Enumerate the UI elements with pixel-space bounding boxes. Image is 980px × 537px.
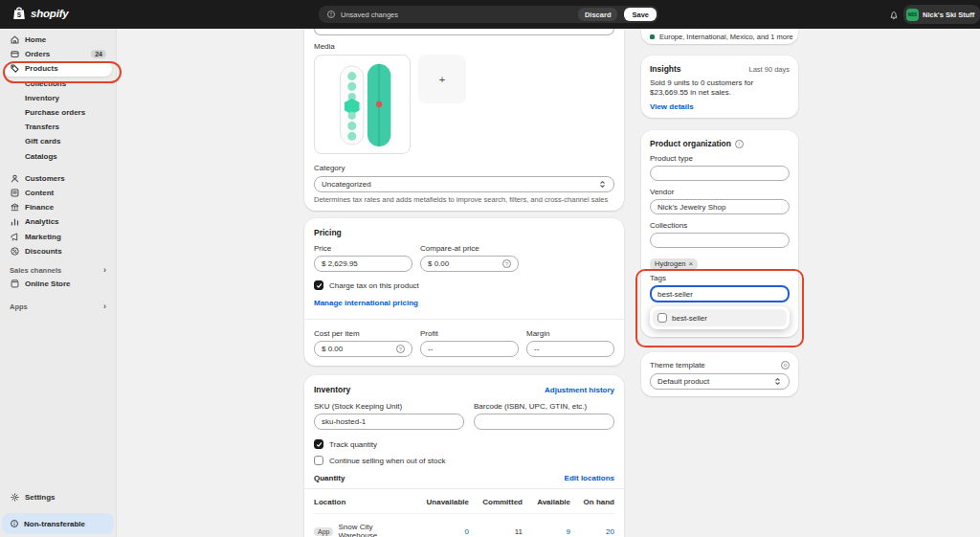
column-location: Location <box>314 498 413 506</box>
notifications-button[interactable] <box>888 8 900 25</box>
sidebar-item-label: Discounts <box>25 247 62 256</box>
snowboards-image <box>315 56 410 153</box>
suggestion-checkbox[interactable] <box>657 313 667 323</box>
sidebar-item-products[interactable]: Products <box>4 61 112 76</box>
shopify-bag-icon: S <box>11 6 27 21</box>
edit-locations-link[interactable]: Edit locations <box>565 474 614 482</box>
markets-text: Europe, International, Mexico, and 1 mor… <box>659 33 793 41</box>
view-details-link[interactable]: View details <box>650 102 790 111</box>
title-input[interactable] <box>314 29 614 35</box>
sidebar-item-orders[interactable]: Orders 24 <box>4 47 112 61</box>
sidebar-item-label: Catalogs <box>25 152 57 161</box>
charge-tax-label: Charge tax on this product <box>329 281 419 290</box>
unavailable-value[interactable]: 0 <box>413 527 469 536</box>
pricing-title: Pricing <box>314 228 614 237</box>
manage-international-pricing-link[interactable]: Manage international pricing <box>314 299 418 307</box>
tag-suggestion-item[interactable]: best-seller <box>653 309 787 326</box>
sidebar-settings: Settings <box>4 490 112 504</box>
cost-per-item-value: $ 0.00 <box>322 345 343 353</box>
tag-chip-label: Hydrogen <box>655 259 686 268</box>
sidebar-item-label: Customers <box>25 174 65 183</box>
sidebar-item-content[interactable]: Content <box>4 186 112 200</box>
plus-icon: + <box>439 74 445 85</box>
markets-card: Europe, International, Mexico, and 1 mor… <box>641 29 798 44</box>
sidebar-item-home[interactable]: Home <box>4 33 112 47</box>
media-thumbnail[interactable] <box>314 55 411 154</box>
track-quantity-checkbox[interactable] <box>314 439 323 449</box>
collections-input[interactable] <box>650 233 790 248</box>
sidebar-item-inventory[interactable]: Inventory <box>4 91 112 105</box>
sku-input[interactable]: sku-hosted-1 <box>314 414 464 430</box>
sidebar-item-transfers[interactable]: Transfers <box>4 120 112 134</box>
sales-channels-header[interactable]: Sales channels › <box>4 264 112 277</box>
vendor-label: Vendor <box>650 188 790 196</box>
quantity-label: Quantity <box>314 474 345 482</box>
shopify-logo[interactable]: S shopify <box>11 6 69 21</box>
theme-template-value: Default product <box>657 377 709 386</box>
vendor-input[interactable]: Nick's Jewelry Shop <box>650 199 790 214</box>
product-type-label: Product type <box>650 154 790 163</box>
tags-label: Tags <box>650 274 790 282</box>
location-cell: App Snow City Warehouse <box>314 523 413 537</box>
sidebar-item-catalogs[interactable]: Catalogs <box>4 149 112 164</box>
theme-template-select[interactable]: Default product <box>650 373 790 390</box>
sidebar-item-analytics[interactable]: Analytics <box>4 214 112 229</box>
apps-header[interactable]: Apps › <box>4 301 112 313</box>
price-input[interactable]: $ 2,629.95 <box>314 256 412 272</box>
sidebar-item-finance[interactable]: Finance <box>4 200 112 214</box>
sidebar-item-gift-cards[interactable]: Gift cards <box>4 134 112 148</box>
sku-label: SKU (Stock Keeping Unit) <box>314 402 464 411</box>
bell-icon <box>888 10 900 21</box>
theme-template-label: Theme template <box>650 361 705 369</box>
insights-card: Insights Last 90 days Sold 9 units to 0 … <box>641 56 798 118</box>
logo-text: shopify <box>31 8 69 19</box>
remove-tag-icon[interactable]: × <box>689 260 694 268</box>
cost-per-item-input[interactable]: $ 0.00 ? <box>314 341 412 357</box>
unsaved-changes-bar: Unsaved changes Discard Save <box>319 6 658 23</box>
inventory-title: Inventory <box>314 385 350 394</box>
sidebar-item-online-store[interactable]: Online Store <box>4 277 112 291</box>
product-type-input[interactable] <box>650 166 790 181</box>
sidebar: Home Orders 24 Products Collections Inve… <box>0 29 117 537</box>
margin-input[interactable]: -- <box>526 341 614 357</box>
sidebar-item-collections[interactable]: Collections <box>4 77 112 91</box>
sidebar-item-purchase-orders[interactable]: Purchase orders <box>4 105 112 120</box>
tags-input[interactable]: best-seller <box>650 285 790 302</box>
sidebar-item-label: Orders <box>25 50 50 58</box>
compare-at-price-label: Compare-at price <box>420 244 479 253</box>
sidebar-item-label: Transfers <box>25 123 59 131</box>
category-value: Uncategorized <box>322 180 371 189</box>
barcode-input[interactable] <box>474 414 614 430</box>
add-media-button[interactable]: + <box>418 55 466 103</box>
adjustment-history-link[interactable]: Adjustment history <box>545 386 614 394</box>
product-details-card: Media + C <box>304 29 624 211</box>
content-icon <box>10 188 20 198</box>
save-button[interactable]: Save <box>624 8 657 21</box>
charge-tax-checkbox[interactable] <box>314 280 323 290</box>
profit-input[interactable]: -- <box>420 341 519 357</box>
store-avatar: NSS <box>906 9 919 21</box>
account-menu[interactable]: NSS Nick's Ski Stuff <box>903 5 980 24</box>
help-icon[interactable]: ? <box>396 345 405 353</box>
continue-selling-checkbox[interactable] <box>314 456 323 465</box>
sidebar-item-marketing[interactable]: Marketing <box>4 229 112 243</box>
chevron-right-icon: › <box>103 302 106 311</box>
sidebar-item-settings[interactable]: Settings <box>4 490 112 504</box>
profit-label: Profit <box>420 329 519 338</box>
category-select[interactable]: Uncategorized <box>314 176 614 192</box>
product-organization-title: Product organization <box>650 139 731 148</box>
on-hand-value[interactable]: 20 <box>570 527 614 536</box>
compare-at-price-value: $ 0.00 <box>428 259 449 268</box>
available-value[interactable]: 9 <box>523 527 570 536</box>
non-transferable-banner[interactable]: Non-transferable <box>2 513 114 534</box>
discard-button[interactable]: Discard <box>578 8 618 21</box>
compare-at-price-input[interactable]: $ 0.00 ? <box>420 256 519 272</box>
sidebar-item-customers[interactable]: Customers <box>4 171 112 186</box>
sidebar-item-discounts[interactable]: Discounts <box>4 244 112 258</box>
tag-chip-hydrogen[interactable]: Hydrogen × <box>650 258 698 270</box>
check-icon <box>316 282 323 289</box>
sidebar-item-label: Finance <box>25 203 54 212</box>
select-updown-icon <box>773 376 782 387</box>
store-name: Nick's Ski Stuff <box>923 11 974 19</box>
help-icon[interactable]: ? <box>502 259 511 268</box>
